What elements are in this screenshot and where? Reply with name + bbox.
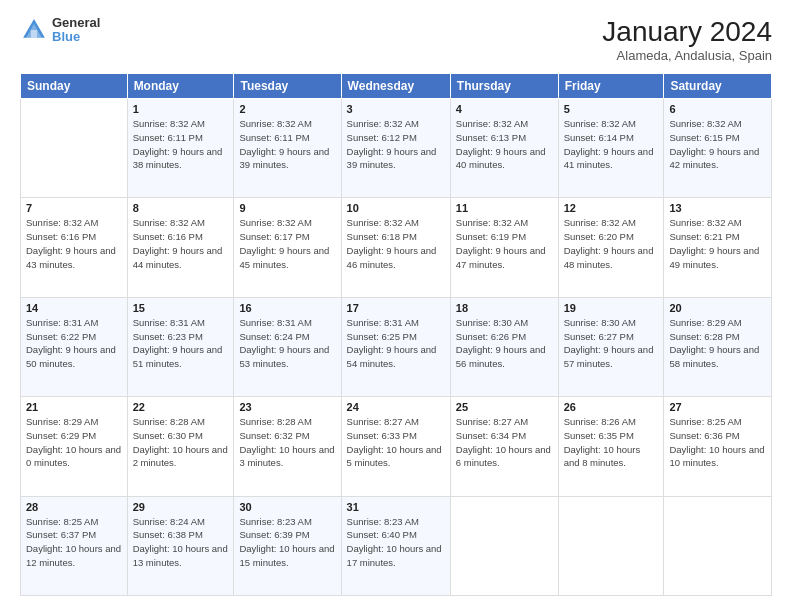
day-number: 29 [133, 501, 229, 513]
sunrise-text: Sunrise: 8:32 AM [564, 118, 636, 129]
sunset-text: Sunset: 6:16 PM [26, 231, 96, 242]
daylight-text: Daylight: 9 hours and 57 minutes. [564, 344, 654, 369]
day-number: 14 [26, 302, 122, 314]
day-number: 7 [26, 202, 122, 214]
calendar-cell: 8 Sunrise: 8:32 AM Sunset: 6:16 PM Dayli… [127, 198, 234, 297]
day-info: Sunrise: 8:32 AM Sunset: 6:11 PM Dayligh… [239, 117, 335, 172]
day-number: 6 [669, 103, 766, 115]
daylight-text: Daylight: 10 hours and 8 minutes. [564, 444, 641, 469]
day-number: 5 [564, 103, 659, 115]
sunset-text: Sunset: 6:28 PM [669, 331, 739, 342]
day-info: Sunrise: 8:32 AM Sunset: 6:13 PM Dayligh… [456, 117, 553, 172]
daylight-text: Daylight: 9 hours and 56 minutes. [456, 344, 546, 369]
logo-line2: Blue [52, 30, 100, 44]
sunrise-text: Sunrise: 8:25 AM [26, 516, 98, 527]
day-number: 26 [564, 401, 659, 413]
calendar-cell: 22 Sunrise: 8:28 AM Sunset: 6:30 PM Dayl… [127, 397, 234, 496]
calendar-cell: 11 Sunrise: 8:32 AM Sunset: 6:19 PM Dayl… [450, 198, 558, 297]
day-info: Sunrise: 8:24 AM Sunset: 6:38 PM Dayligh… [133, 515, 229, 570]
day-of-week-header: Friday [558, 74, 664, 99]
day-info: Sunrise: 8:32 AM Sunset: 6:20 PM Dayligh… [564, 216, 659, 271]
calendar-cell: 18 Sunrise: 8:30 AM Sunset: 6:26 PM Dayl… [450, 297, 558, 396]
sunrise-text: Sunrise: 8:31 AM [347, 317, 419, 328]
sunrise-text: Sunrise: 8:32 AM [669, 118, 741, 129]
sunset-text: Sunset: 6:18 PM [347, 231, 417, 242]
sunrise-text: Sunrise: 8:31 AM [133, 317, 205, 328]
sunset-text: Sunset: 6:25 PM [347, 331, 417, 342]
calendar-cell: 14 Sunrise: 8:31 AM Sunset: 6:22 PM Dayl… [21, 297, 128, 396]
day-of-week-header: Thursday [450, 74, 558, 99]
sunrise-text: Sunrise: 8:26 AM [564, 416, 636, 427]
day-info: Sunrise: 8:25 AM Sunset: 6:36 PM Dayligh… [669, 415, 766, 470]
calendar-cell: 7 Sunrise: 8:32 AM Sunset: 6:16 PM Dayli… [21, 198, 128, 297]
sunset-text: Sunset: 6:14 PM [564, 132, 634, 143]
sunset-text: Sunset: 6:12 PM [347, 132, 417, 143]
daylight-text: Daylight: 10 hours and 10 minutes. [669, 444, 764, 469]
calendar-cell: 13 Sunrise: 8:32 AM Sunset: 6:21 PM Dayl… [664, 198, 772, 297]
sunset-text: Sunset: 6:35 PM [564, 430, 634, 441]
day-info: Sunrise: 8:26 AM Sunset: 6:35 PM Dayligh… [564, 415, 659, 470]
daylight-text: Daylight: 9 hours and 39 minutes. [239, 146, 329, 171]
daylight-text: Daylight: 9 hours and 58 minutes. [669, 344, 759, 369]
day-number: 27 [669, 401, 766, 413]
sunset-text: Sunset: 6:17 PM [239, 231, 309, 242]
sunrise-text: Sunrise: 8:32 AM [133, 217, 205, 228]
day-of-week-header: Tuesday [234, 74, 341, 99]
day-number: 25 [456, 401, 553, 413]
sunset-text: Sunset: 6:16 PM [133, 231, 203, 242]
calendar-cell: 1 Sunrise: 8:32 AM Sunset: 6:11 PM Dayli… [127, 99, 234, 198]
day-number: 1 [133, 103, 229, 115]
calendar-cell: 29 Sunrise: 8:24 AM Sunset: 6:38 PM Dayl… [127, 496, 234, 595]
daylight-text: Daylight: 10 hours and 6 minutes. [456, 444, 551, 469]
calendar-cell: 20 Sunrise: 8:29 AM Sunset: 6:28 PM Dayl… [664, 297, 772, 396]
day-number: 17 [347, 302, 445, 314]
sunset-text: Sunset: 6:23 PM [133, 331, 203, 342]
daylight-text: Daylight: 9 hours and 50 minutes. [26, 344, 116, 369]
logo-line1: General [52, 16, 100, 30]
day-info: Sunrise: 8:30 AM Sunset: 6:27 PM Dayligh… [564, 316, 659, 371]
sunrise-text: Sunrise: 8:32 AM [564, 217, 636, 228]
sunset-text: Sunset: 6:13 PM [456, 132, 526, 143]
day-number: 16 [239, 302, 335, 314]
sunset-text: Sunset: 6:29 PM [26, 430, 96, 441]
day-number: 24 [347, 401, 445, 413]
calendar-cell [450, 496, 558, 595]
calendar-cell: 26 Sunrise: 8:26 AM Sunset: 6:35 PM Dayl… [558, 397, 664, 496]
svg-rect-2 [31, 30, 37, 38]
daylight-text: Daylight: 10 hours and 17 minutes. [347, 543, 442, 568]
sunset-text: Sunset: 6:11 PM [239, 132, 309, 143]
day-number: 13 [669, 202, 766, 214]
calendar-subtitle: Alameda, Andalusia, Spain [602, 48, 772, 63]
calendar-cell: 16 Sunrise: 8:31 AM Sunset: 6:24 PM Dayl… [234, 297, 341, 396]
daylight-text: Daylight: 9 hours and 48 minutes. [564, 245, 654, 270]
daylight-text: Daylight: 10 hours and 0 minutes. [26, 444, 121, 469]
day-number: 21 [26, 401, 122, 413]
calendar-cell: 17 Sunrise: 8:31 AM Sunset: 6:25 PM Dayl… [341, 297, 450, 396]
day-number: 12 [564, 202, 659, 214]
calendar-cell [664, 496, 772, 595]
day-of-week-header: Sunday [21, 74, 128, 99]
sunset-text: Sunset: 6:27 PM [564, 331, 634, 342]
header: General Blue January 2024 Alameda, Andal… [20, 16, 772, 63]
sunrise-text: Sunrise: 8:31 AM [26, 317, 98, 328]
calendar-title: January 2024 [602, 16, 772, 48]
calendar-cell: 9 Sunrise: 8:32 AM Sunset: 6:17 PM Dayli… [234, 198, 341, 297]
calendar-cell [21, 99, 128, 198]
day-info: Sunrise: 8:31 AM Sunset: 6:22 PM Dayligh… [26, 316, 122, 371]
day-info: Sunrise: 8:28 AM Sunset: 6:30 PM Dayligh… [133, 415, 229, 470]
day-info: Sunrise: 8:31 AM Sunset: 6:24 PM Dayligh… [239, 316, 335, 371]
day-number: 4 [456, 103, 553, 115]
calendar-cell: 5 Sunrise: 8:32 AM Sunset: 6:14 PM Dayli… [558, 99, 664, 198]
day-of-week-header: Wednesday [341, 74, 450, 99]
sunrise-text: Sunrise: 8:27 AM [456, 416, 528, 427]
calendar-week-row: 1 Sunrise: 8:32 AM Sunset: 6:11 PM Dayli… [21, 99, 772, 198]
calendar-cell: 23 Sunrise: 8:28 AM Sunset: 6:32 PM Dayl… [234, 397, 341, 496]
day-number: 11 [456, 202, 553, 214]
calendar-cell: 19 Sunrise: 8:30 AM Sunset: 6:27 PM Dayl… [558, 297, 664, 396]
sunset-text: Sunset: 6:30 PM [133, 430, 203, 441]
daylight-text: Daylight: 10 hours and 5 minutes. [347, 444, 442, 469]
daylight-text: Daylight: 9 hours and 41 minutes. [564, 146, 654, 171]
day-info: Sunrise: 8:25 AM Sunset: 6:37 PM Dayligh… [26, 515, 122, 570]
calendar-cell: 21 Sunrise: 8:29 AM Sunset: 6:29 PM Dayl… [21, 397, 128, 496]
logo: General Blue [20, 16, 100, 45]
